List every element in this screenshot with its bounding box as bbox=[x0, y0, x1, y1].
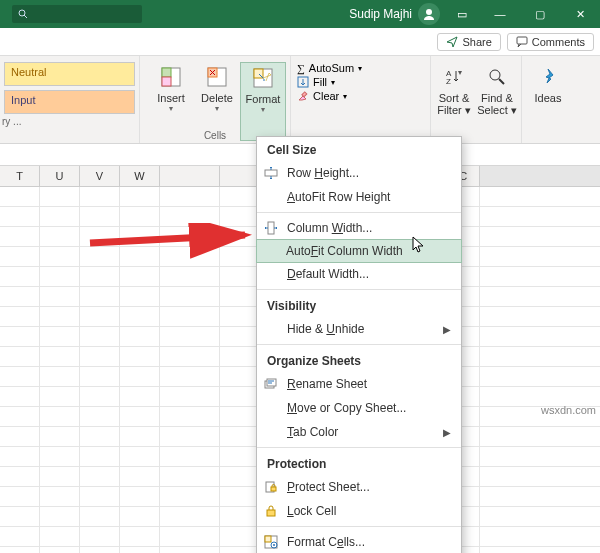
ribbon-display-button[interactable]: ▭ bbox=[444, 0, 480, 28]
fill-icon bbox=[297, 76, 309, 88]
share-label: Share bbox=[462, 36, 491, 48]
sort-label-2: Filter ▾ bbox=[437, 104, 471, 117]
svg-rect-14 bbox=[302, 92, 307, 97]
sort-find-group: AZ Sort & Filter ▾ Find & Select ▾ bbox=[431, 56, 522, 143]
menu-protect-sheet-label: Protect Sheet... bbox=[287, 480, 370, 494]
svg-rect-20 bbox=[268, 222, 274, 234]
clear-button[interactable]: Clear ▾ bbox=[297, 90, 424, 102]
editing-group: ∑ AutoSum ▾ Fill ▾ Clear ▾ bbox=[291, 56, 431, 143]
format-icon bbox=[250, 65, 276, 91]
ideas-icon bbox=[535, 64, 561, 90]
share-icon bbox=[446, 36, 458, 48]
menu-move-copy[interactable]: Move or Copy Sheet... bbox=[257, 396, 461, 420]
menu-format-cells[interactable]: Format Cells... bbox=[257, 530, 461, 553]
find-label-2: Select ▾ bbox=[477, 104, 517, 117]
insert-icon bbox=[158, 64, 184, 90]
svg-rect-26 bbox=[271, 487, 276, 491]
row-height-icon bbox=[263, 165, 279, 181]
menu-protect-sheet[interactable]: Protect Sheet... bbox=[257, 475, 461, 499]
cells-group: Insert ▾ Delete ▾ Format ▾ Cells bbox=[140, 56, 291, 143]
svg-point-17 bbox=[490, 70, 500, 80]
sort-label-1: Sort & bbox=[439, 92, 470, 104]
account-avatar[interactable] bbox=[418, 3, 440, 25]
style-neutral[interactable]: Neutral bbox=[4, 62, 135, 86]
svg-rect-27 bbox=[267, 510, 275, 516]
menu-lock-cell[interactable]: Lock Cell bbox=[257, 499, 461, 523]
minimize-button[interactable]: — bbox=[480, 0, 520, 28]
maximize-button[interactable]: ▢ bbox=[520, 0, 560, 28]
col-header[interactable] bbox=[160, 166, 220, 186]
ideas-group: Ideas bbox=[522, 56, 574, 143]
collab-row: Share Comments bbox=[0, 28, 600, 56]
menu-default-width-label: Default Width... bbox=[287, 267, 369, 281]
menu-tab-color-label: Tab Color bbox=[287, 425, 338, 439]
chevron-down-icon: ▾ bbox=[169, 104, 173, 113]
autosum-button[interactable]: ∑ AutoSum ▾ bbox=[297, 62, 424, 74]
menu-hide-unhide-label: Hide & Unhide bbox=[287, 322, 364, 336]
comment-icon bbox=[516, 36, 528, 48]
ideas-label: Ideas bbox=[535, 92, 562, 104]
format-dropdown: Cell Size Row Height... AutoFit Row Heig… bbox=[256, 136, 462, 553]
svg-rect-29 bbox=[265, 536, 271, 542]
share-button[interactable]: Share bbox=[437, 33, 500, 51]
ideas-button[interactable]: Ideas bbox=[528, 62, 568, 104]
menu-section-protection: Protection bbox=[257, 451, 461, 475]
delete-label: Delete bbox=[201, 92, 233, 104]
svg-line-1 bbox=[24, 15, 27, 18]
menu-row-height[interactable]: Row Height... bbox=[257, 161, 461, 185]
ribbon: Neutral Input ry ... Insert ▾ Delete ▾ F… bbox=[0, 56, 600, 144]
menu-rename-sheet[interactable]: Rename Sheet bbox=[257, 372, 461, 396]
fill-button[interactable]: Fill ▾ bbox=[297, 76, 424, 88]
account-username: Sudip Majhi bbox=[349, 7, 418, 21]
menu-autofit-row-label: AutoFit Row Height bbox=[287, 190, 390, 204]
svg-rect-5 bbox=[162, 68, 171, 77]
svg-rect-6 bbox=[162, 77, 171, 86]
submenu-arrow-icon: ▶ bbox=[443, 427, 451, 438]
rename-icon bbox=[263, 376, 279, 392]
comments-label: Comments bbox=[532, 36, 585, 48]
menu-format-cells-label: Format Cells... bbox=[287, 535, 365, 549]
search-icon bbox=[18, 9, 28, 19]
watermark: wsxdn.com bbox=[541, 404, 596, 416]
menu-tab-color[interactable]: Tab Color ▶ bbox=[257, 420, 461, 444]
menu-hide-unhide[interactable]: Hide & Unhide ▶ bbox=[257, 317, 461, 341]
format-cells-icon bbox=[263, 534, 279, 550]
menu-autofit-column-label: AutoFit Column Width bbox=[286, 244, 403, 258]
autosum-label: AutoSum bbox=[309, 62, 354, 74]
menu-autofit-column[interactable]: AutoFit Column Width bbox=[256, 239, 462, 263]
find-icon bbox=[484, 64, 510, 90]
styles-group: Neutral Input ry ... bbox=[0, 56, 140, 143]
col-header[interactable]: V bbox=[80, 166, 120, 186]
comments-button[interactable]: Comments bbox=[507, 33, 594, 51]
menu-lock-cell-label: Lock Cell bbox=[287, 504, 336, 518]
svg-point-2 bbox=[426, 9, 432, 15]
submenu-arrow-icon: ▶ bbox=[443, 324, 451, 335]
clear-label: Clear bbox=[313, 90, 339, 102]
menu-row-height-label: Row Height... bbox=[287, 166, 359, 180]
menu-default-width[interactable]: Default Width... bbox=[257, 262, 461, 286]
menu-section-cell-size: Cell Size bbox=[257, 137, 461, 161]
search-box[interactable] bbox=[12, 5, 142, 23]
menu-column-width-label: Column Width... bbox=[287, 221, 372, 235]
col-header[interactable]: T bbox=[0, 166, 40, 186]
close-button[interactable]: ✕ bbox=[560, 0, 600, 28]
find-select-button[interactable]: Find & Select ▾ bbox=[475, 62, 519, 141]
format-label: Format bbox=[246, 93, 281, 105]
style-input[interactable]: Input bbox=[4, 90, 135, 114]
insert-label: Insert bbox=[157, 92, 185, 104]
col-header[interactable]: W bbox=[120, 166, 160, 186]
chevron-down-icon: ▾ bbox=[261, 105, 265, 114]
svg-text:Z: Z bbox=[446, 77, 451, 86]
menu-rename-sheet-label: Rename Sheet bbox=[287, 377, 367, 391]
menu-section-organize: Organize Sheets bbox=[257, 348, 461, 372]
col-header[interactable]: U bbox=[40, 166, 80, 186]
sort-icon: AZ bbox=[441, 64, 467, 90]
column-width-icon bbox=[263, 220, 279, 236]
menu-column-width[interactable]: Column Width... bbox=[257, 216, 461, 240]
sort-filter-button[interactable]: AZ Sort & Filter ▾ bbox=[433, 62, 475, 141]
find-label-1: Find & bbox=[481, 92, 513, 104]
fill-label: Fill bbox=[313, 76, 327, 88]
svg-point-31 bbox=[273, 544, 275, 546]
menu-autofit-row[interactable]: AutoFit Row Height bbox=[257, 185, 461, 209]
menu-section-visibility: Visibility bbox=[257, 293, 461, 317]
